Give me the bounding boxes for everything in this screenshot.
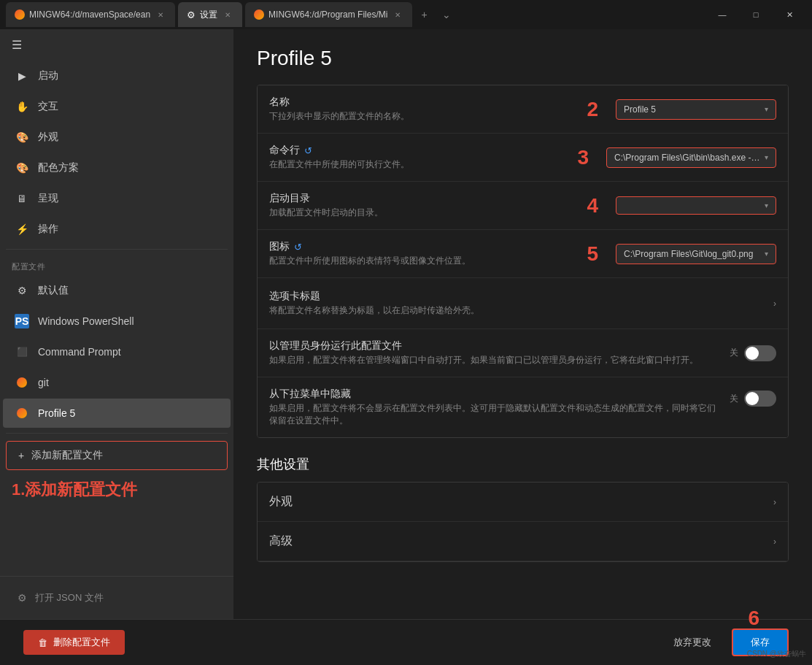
- sidebar-item-startup[interactable]: ▶ 启动: [3, 61, 231, 91]
- open-json-link[interactable]: ⚙ 打开 JSON 文件: [3, 583, 231, 612]
- sidebar-item-interaction-label: 交互: [38, 100, 58, 113]
- main-layout: ☰ ▶ 启动 ✋ 交互 🎨 外观 🎨 配色方案 🖥 呈现 ⚡ 操作 配置文件: [0, 29, 812, 619]
- setting-row-name: 名称 下拉列表中显示的配置文件的名称。 2 Profile 5 ▾: [258, 85, 788, 134]
- git-icon-tab2: [254, 9, 264, 20]
- command-refresh-icon[interactable]: ↺: [304, 145, 312, 156]
- hide-toggle-label: 关: [730, 393, 738, 405]
- hide-toggle[interactable]: [744, 391, 776, 407]
- sidebar: ☰ ▶ 启动 ✋ 交互 🎨 外观 🎨 配色方案 🖥 呈现 ⚡ 操作 配置文件: [0, 29, 233, 619]
- discard-button[interactable]: 放弃更改: [662, 630, 723, 655]
- sidebar-divider-1: [6, 249, 228, 250]
- setting-startdir-label: 启动目录: [269, 192, 572, 205]
- setting-row-command: 命令行 ↺ 在配置文件中所使用的可执行文件。 3 C:\Program File…: [258, 134, 788, 182]
- settings-content: Profile 5 名称 下拉列表中显示的配置文件的名称。 2 Profile …: [233, 29, 812, 619]
- sidebar-item-defaults[interactable]: ⚙ 默认值: [3, 276, 231, 305]
- annotation-add-profile: 1.添加新配置文件: [0, 473, 233, 504]
- tab-dropdown-button[interactable]: ⌄: [436, 6, 457, 23]
- defaults-icon: ⚙: [15, 283, 29, 298]
- setting-command-labels: 命令行 ↺ 在配置文件中所使用的可执行文件。: [269, 144, 572, 171]
- close-button[interactable]: ✕: [773, 3, 806, 26]
- sidebar-item-startup-label: 启动: [38, 69, 58, 82]
- json-link-label: 打开 JSON 文件: [35, 591, 104, 604]
- sidebar-item-color-scheme[interactable]: 🎨 配色方案: [3, 153, 231, 182]
- tab-mingw2-close[interactable]: ✕: [392, 9, 403, 20]
- minimize-button[interactable]: —: [705, 3, 739, 26]
- sidebar-item-rendering-label: 呈现: [38, 192, 58, 205]
- icon-dropdown[interactable]: C:\Program Files\Git\log_git0.png ▾: [616, 244, 776, 264]
- add-profile-button[interactable]: + 添加新配置文件: [6, 441, 228, 470]
- color-scheme-icon: 🎨: [15, 161, 29, 175]
- admin-toggle[interactable]: [744, 345, 776, 361]
- appearance-icon: 🎨: [15, 130, 29, 145]
- git-icon-tab1: [15, 9, 25, 20]
- name-dropdown-chevron: ▾: [765, 105, 768, 113]
- name-dropdown[interactable]: Profile 5 ▾: [616, 99, 776, 120]
- admin-toggle-label: 关: [730, 347, 738, 359]
- setting-admin-label: 以管理员身份运行此配置文件: [269, 339, 718, 353]
- sidebar-item-powershell[interactable]: PS Windows PowerShell: [3, 307, 231, 336]
- tab-mingw1-close[interactable]: ✕: [155, 9, 166, 20]
- new-tab-button[interactable]: +: [415, 6, 433, 23]
- sidebar-item-rendering[interactable]: 🖥 呈现: [3, 184, 231, 213]
- startdir-dropdown[interactable]: ▾: [616, 196, 776, 215]
- setting-icon-label: 图标 ↺: [269, 240, 572, 253]
- admin-toggle-group: 关: [718, 345, 776, 361]
- command-dropdown-chevron: ▾: [765, 153, 768, 161]
- setting-name-desc: 下拉列表中显示的配置文件的名称。: [269, 110, 572, 123]
- setting-startdir-control: 4 ▾: [572, 194, 776, 218]
- sidebar-item-actions[interactable]: ⚡ 操作: [3, 215, 231, 244]
- trash-icon: 🗑: [38, 637, 47, 648]
- badge-5: 5: [587, 242, 598, 266]
- other-setting-advanced[interactable]: 高级 ›: [258, 522, 788, 561]
- titlebar: MINGW64:/d/mavenSpace/ean ✕ ⚙ 设置 ✕ MINGW…: [0, 0, 812, 29]
- setting-admin-desc: 如果启用，配置文件将在管理终端窗口中自动打开。如果当前窗口已以管理员身份运行，它…: [269, 354, 718, 366]
- setting-name-labels: 名称 下拉列表中显示的配置文件的名称。: [269, 96, 572, 123]
- sidebar-item-interaction[interactable]: ✋ 交互: [3, 92, 231, 121]
- other-appearance-label: 外观: [269, 494, 293, 510]
- startdir-dropdown-chevron: ▾: [765, 201, 768, 210]
- setting-name-label: 名称: [269, 96, 572, 109]
- tab-settings-label: 设置: [200, 9, 217, 21]
- gear-json-icon: ⚙: [15, 591, 29, 605]
- command-dropdown-value: C:\Program Files\Git\bin\bash.exe --logi…: [614, 153, 760, 163]
- sidebar-item-cmd[interactable]: ⬛ Command Prompt: [3, 337, 231, 366]
- sidebar-item-git[interactable]: git: [3, 368, 231, 397]
- other-settings-title: 其他设置: [257, 455, 789, 473]
- setting-row-tabtitle[interactable]: 选项卡标题 将配置文件名称替换为标题，以在启动时传递给外壳。 ›: [258, 278, 788, 329]
- badge-4: 4: [587, 194, 598, 218]
- tab-settings-close[interactable]: ✕: [222, 9, 233, 20]
- tab-mingw1[interactable]: MINGW64:/d/mavenSpace/ean ✕: [6, 2, 175, 27]
- name-dropdown-value: Profile 5: [624, 104, 656, 115]
- add-profile-plus-icon: +: [18, 450, 24, 461]
- setting-icon-control: 5 C:\Program Files\Git\log_git0.png ▾: [572, 242, 776, 266]
- setting-icon-desc: 配置文件中所使用图标的表情符号或图像文件位置。: [269, 255, 572, 267]
- other-setting-appearance[interactable]: 外观 ›: [258, 483, 788, 522]
- sidebar-item-color-label: 配色方案: [38, 161, 79, 174]
- sidebar-item-defaults-label: 默认值: [38, 284, 69, 297]
- admin-toggle-thumb: [746, 347, 759, 360]
- add-profile-label: 添加新配置文件: [31, 449, 103, 462]
- hamburger-menu[interactable]: ☰: [0, 29, 233, 61]
- command-dropdown[interactable]: C:\Program Files\Git\bin\bash.exe --logi…: [606, 147, 776, 168]
- tab-settings[interactable]: ⚙ 设置 ✕: [178, 2, 242, 27]
- badge-6: 6: [748, 607, 759, 630]
- tab-mingw2[interactable]: MINGW64:/d/Program Files/Mi ✕: [245, 2, 412, 27]
- sidebar-item-appearance[interactable]: 🎨 外观: [3, 123, 231, 152]
- setting-command-desc: 在配置文件中所使用的可执行文件。: [269, 158, 572, 171]
- setting-tabtitle-labels: 选项卡标题 将配置文件名称替换为标题，以在启动时传递给外壳。: [269, 290, 773, 317]
- sidebar-item-profile5[interactable]: Profile 5: [3, 399, 231, 428]
- sidebar-item-git-label: git: [38, 377, 49, 388]
- delete-profile-button[interactable]: 🗑 删除配置文件: [23, 630, 125, 655]
- setting-tabtitle-label: 选项卡标题: [269, 290, 773, 303]
- cmd-icon: ⬛: [15, 345, 29, 359]
- settings-section-main: 名称 下拉列表中显示的配置文件的名称。 2 Profile 5 ▾ 命令行: [257, 85, 789, 438]
- sidebar-divider-2: [6, 433, 228, 434]
- setting-row-admin: 以管理员身份运行此配置文件 如果启用，配置文件将在管理终端窗口中自动打开。如果当…: [258, 329, 788, 377]
- maximize-button[interactable]: □: [739, 3, 773, 26]
- icon-refresh-icon[interactable]: ↺: [294, 242, 302, 253]
- setting-row-icon: 图标 ↺ 配置文件中所使用图标的表情符号或图像文件位置。 5 C:\Progra…: [258, 230, 788, 278]
- tabtitle-expand-icon: ›: [773, 299, 776, 309]
- sidebar-item-appearance-label: 外观: [38, 131, 58, 144]
- startup-icon: ▶: [15, 69, 29, 83]
- bottom-bar: 🗑 删除配置文件 6 放弃更改 保存: [0, 619, 812, 665]
